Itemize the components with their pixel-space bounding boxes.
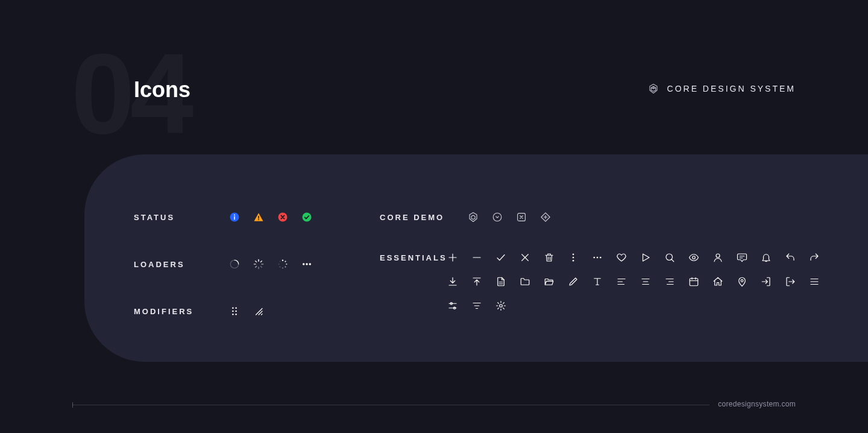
- svg-point-31: [493, 213, 502, 221]
- section-core-demo: CORE DEMO: [380, 205, 832, 229]
- menu-icon: [809, 276, 820, 287]
- svg-point-19: [280, 267, 281, 268]
- section-label-loaders: LOADERS: [134, 260, 229, 269]
- svg-point-14: [282, 259, 283, 261]
- play-icon: [640, 252, 651, 263]
- dots-horizontal-icon: [301, 259, 312, 270]
- filter-icon: [471, 300, 482, 311]
- svg-point-23: [306, 263, 307, 265]
- section-label-essentials: ESSENTIALS: [380, 252, 447, 262]
- forward-icon: [809, 252, 820, 263]
- resize-corner-icon: [253, 306, 264, 317]
- section-essentials: ESSENTIALS: [380, 252, 832, 311]
- svg-line-8: [256, 261, 257, 262]
- calendar-icon: [688, 276, 699, 287]
- error-circle-icon: [277, 212, 288, 223]
- bell-icon: [761, 252, 772, 263]
- section-label-modifiers: MODIFIERS: [134, 307, 229, 316]
- settings-gear-icon: [495, 300, 506, 311]
- square-x-icon: [516, 212, 527, 223]
- edit-icon: [568, 276, 579, 287]
- sliders-icon: [447, 300, 458, 311]
- svg-point-16: [286, 264, 287, 265]
- svg-point-26: [235, 307, 237, 309]
- check-icon: [495, 252, 506, 263]
- section-label-core-demo: CORE DEMO: [380, 213, 468, 222]
- svg-point-37: [596, 257, 598, 259]
- svg-point-18: [282, 267, 283, 268]
- circle-chevron-icon: [492, 212, 503, 223]
- heart-icon: [616, 252, 627, 263]
- page-title: Icons: [134, 77, 190, 103]
- text-icon: [592, 276, 603, 287]
- footer-rule: [72, 405, 796, 405]
- more-horizontal-icon: [592, 252, 603, 263]
- svg-point-36: [593, 257, 595, 259]
- chat-icon: [737, 252, 747, 263]
- close-icon: [520, 252, 530, 263]
- align-left-icon: [616, 276, 627, 287]
- spinner-dots-circle-icon: [277, 259, 288, 270]
- svg-rect-42: [690, 279, 698, 286]
- svg-point-34: [572, 257, 574, 259]
- log-in-icon: [761, 276, 772, 287]
- plus-icon: [447, 252, 458, 263]
- reply-icon: [785, 252, 796, 263]
- svg-point-24: [309, 263, 311, 265]
- spinner-dashes-icon: [253, 259, 264, 270]
- svg-point-25: [232, 307, 234, 309]
- brand-hexagon-icon: [648, 83, 659, 94]
- home-icon: [712, 276, 723, 287]
- svg-point-35: [572, 260, 574, 262]
- warning-triangle-icon: [253, 212, 264, 223]
- trash-icon: [544, 252, 555, 263]
- svg-point-15: [285, 261, 286, 262]
- section-label-status: STATUS: [134, 213, 229, 222]
- svg-point-28: [235, 311, 237, 312]
- folder-open-icon: [544, 276, 555, 287]
- svg-point-41: [716, 254, 720, 258]
- svg-point-27: [232, 311, 234, 312]
- svg-point-29: [232, 314, 234, 315]
- svg-point-2: [258, 219, 259, 220]
- folder-icon: [520, 276, 530, 287]
- svg-point-22: [303, 263, 304, 265]
- drag-handle-icon: [229, 306, 240, 317]
- svg-point-1: [234, 214, 235, 215]
- svg-line-13: [260, 261, 262, 262]
- document-icon: [495, 276, 506, 287]
- location-pin-icon: [737, 276, 747, 287]
- brand-label: CORE DESIGN SYSTEM: [667, 84, 796, 93]
- svg-point-17: [285, 267, 286, 268]
- spinner-ring-icon: [229, 259, 240, 270]
- section-modifiers: MODIFIERS: [134, 299, 375, 323]
- align-right-icon: [664, 276, 675, 287]
- upload-icon: [471, 276, 482, 287]
- download-icon: [447, 276, 458, 287]
- log-out-icon: [785, 276, 796, 287]
- hexagon-cube-icon: [468, 212, 479, 223]
- svg-point-30: [235, 314, 237, 315]
- search-icon: [664, 252, 675, 263]
- info-circle-icon: [229, 212, 240, 223]
- icon-panel: STATUS LOADE: [84, 154, 868, 362]
- minus-icon: [471, 252, 482, 263]
- eye-icon: [688, 252, 699, 263]
- user-icon: [712, 252, 723, 263]
- svg-point-38: [600, 257, 602, 259]
- section-status: STATUS: [134, 205, 375, 229]
- footer-url: coredesignsystem.com: [709, 400, 796, 408]
- svg-point-21: [280, 261, 280, 262]
- svg-point-43: [741, 280, 743, 282]
- svg-line-9: [260, 266, 262, 267]
- svg-point-46: [499, 305, 502, 308]
- svg-point-4: [303, 213, 312, 222]
- diamond-plus-icon: [540, 212, 551, 223]
- svg-point-40: [692, 256, 695, 259]
- section-loaders: LOADERS: [134, 252, 375, 276]
- align-center-icon: [640, 276, 651, 287]
- svg-point-33: [572, 253, 574, 255]
- success-circle-icon: [301, 212, 312, 223]
- svg-point-20: [278, 264, 280, 265]
- more-vertical-icon: [568, 252, 579, 263]
